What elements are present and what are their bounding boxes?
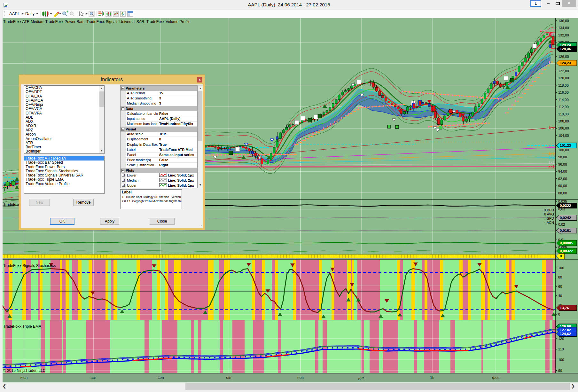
- svg-text:80: 80: [558, 275, 562, 279]
- svg-text:0 AVG: 0 AVG: [544, 212, 554, 216]
- svg-text:0,00322: 0,00322: [560, 249, 573, 253]
- svg-text:132,00: 132,00: [558, 33, 569, 37]
- svg-text:88,00: 88,00: [558, 191, 567, 195]
- svg-text:134,00: 134,00: [558, 26, 569, 30]
- svg-text:100: 100: [558, 358, 564, 362]
- svg-text:114,00: 114,00: [558, 98, 569, 102]
- svg-text:0: 0: [560, 254, 562, 258]
- svg-text:15: 15: [430, 375, 434, 380]
- svg-text:98,00: 98,00: [558, 155, 567, 159]
- svg-text:© 2015 NinjaTrader, LLC: © 2015 NinjaTrader, LLC: [3, 368, 46, 373]
- svg-text:0 BPH: 0 BPH: [544, 208, 554, 212]
- svg-text:90,00: 90,00: [558, 184, 567, 188]
- svg-text:108,00: 108,00: [558, 119, 569, 123]
- svg-text:TradeFoxx ATR Median, TradeFox: TradeFoxx ATR Median, TradeFoxx Power Ba…: [3, 20, 191, 24]
- svg-text:0,0161: 0,0161: [560, 229, 571, 232]
- svg-text:106,00: 106,00: [558, 126, 569, 130]
- svg-text:116,00: 116,00: [558, 90, 569, 94]
- svg-text:124,23: 124,23: [560, 61, 571, 65]
- svg-text:↑ ACN: ↑ ACN: [544, 221, 554, 224]
- svg-text:окт: окт: [226, 375, 232, 380]
- svg-text:1x4: 1x4: [549, 145, 555, 149]
- svg-text:0: 0: [558, 312, 560, 316]
- svg-text:100: 100: [558, 266, 564, 270]
- svg-text:1x2: 1x2: [549, 155, 555, 160]
- svg-text:июл: июл: [20, 375, 27, 380]
- svg-text:TradeFoxx Triple EMA: TradeFoxx Triple EMA: [3, 324, 41, 329]
- svg-text:8x1: 8x1: [549, 32, 555, 36]
- svg-text:136,00: 136,00: [558, 19, 569, 23]
- svg-text:0,02: 0,02: [558, 223, 565, 226]
- svg-text:110: 110: [558, 347, 564, 351]
- svg-text:128,46: 128,46: [560, 47, 571, 51]
- svg-text:96,00: 96,00: [558, 162, 567, 166]
- svg-text:94,00: 94,00: [558, 169, 567, 173]
- svg-text:8x1: 8x1: [549, 164, 555, 169]
- svg-text:100,00: 100,00: [558, 148, 569, 152]
- svg-text:110,00: 110,00: [558, 112, 569, 116]
- svg-text:40: 40: [558, 294, 562, 298]
- svg-text:↓ SPD: ↓ SPD: [544, 216, 554, 220]
- svg-text:60: 60: [558, 285, 562, 288]
- svg-text:ноя: ноя: [297, 375, 304, 380]
- svg-text:126,00: 126,00: [558, 55, 569, 59]
- svg-text:92,00: 92,00: [558, 177, 567, 181]
- svg-text:авг: авг: [90, 375, 96, 380]
- svg-text:90: 90: [558, 369, 562, 372]
- svg-text:13,76: 13,76: [560, 306, 569, 310]
- svg-text:1x1: 1x1: [549, 160, 555, 165]
- svg-text:TradeFoxx Signals Stochastics: TradeFoxx Signals Stochastics: [3, 263, 56, 268]
- svg-text:0,00805: 0,00805: [560, 241, 573, 245]
- svg-text:112,00: 112,00: [558, 105, 569, 109]
- svg-text:120: 120: [558, 337, 564, 341]
- svg-text:сен: сен: [158, 375, 164, 380]
- svg-text:дек: дек: [358, 375, 365, 380]
- svg-text:120,00: 120,00: [558, 76, 569, 80]
- svg-text:фев: фев: [492, 375, 500, 380]
- svg-text:118,00: 118,00: [558, 83, 569, 87]
- svg-text:0,0242: 0,0242: [560, 216, 571, 220]
- svg-text:124,62: 124,62: [560, 332, 571, 336]
- svg-text:0,0322: 0,0322: [560, 204, 571, 208]
- svg-text:122,00: 122,00: [558, 69, 569, 73]
- svg-text:1x8: 1x8: [549, 125, 555, 129]
- svg-text:101,23: 101,23: [560, 144, 571, 147]
- svg-text:104,00: 104,00: [558, 134, 569, 137]
